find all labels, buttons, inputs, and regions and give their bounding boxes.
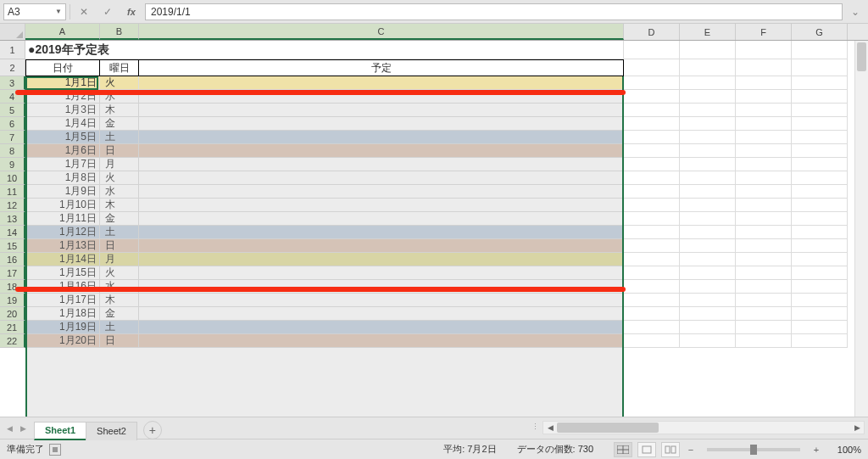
cell[interactable]: [792, 185, 848, 199]
cell[interactable]: [680, 41, 736, 59]
cell[interactable]: [736, 185, 792, 199]
cell[interactable]: [624, 76, 680, 90]
cell[interactable]: [680, 239, 736, 253]
date-cell[interactable]: 1月19日: [25, 321, 100, 334]
day-cell[interactable]: 火: [100, 266, 139, 280]
plan-cell[interactable]: [139, 239, 624, 253]
day-cell[interactable]: 金: [100, 212, 139, 226]
row-header[interactable]: 7: [0, 131, 25, 144]
row-header[interactable]: 15: [0, 239, 25, 253]
cell[interactable]: [792, 59, 848, 76]
date-cell[interactable]: 1月11日: [25, 212, 100, 226]
date-cell[interactable]: 1月17日: [25, 294, 100, 307]
row-header[interactable]: 20: [0, 307, 25, 321]
sheet-tab[interactable]: Sheet1: [34, 422, 86, 440]
cell[interactable]: [624, 144, 680, 158]
day-cell[interactable]: 水: [100, 185, 139, 199]
cell[interactable]: [792, 171, 848, 185]
cell[interactable]: [736, 307, 792, 321]
cell[interactable]: [624, 171, 680, 185]
date-cell[interactable]: 1月1日: [25, 76, 100, 90]
cell[interactable]: [624, 59, 680, 76]
cell[interactable]: [736, 104, 792, 117]
cell[interactable]: [736, 158, 792, 171]
cell[interactable]: [792, 41, 848, 59]
cell[interactable]: [792, 334, 848, 348]
formula-input[interactable]: 2019/1/1: [145, 3, 843, 20]
cell[interactable]: [792, 294, 848, 307]
day-cell[interactable]: 金: [100, 117, 139, 131]
view-page-layout-button[interactable]: [637, 442, 656, 457]
cell[interactable]: [680, 334, 736, 348]
cell[interactable]: [792, 104, 848, 117]
day-cell[interactable]: 火: [100, 171, 139, 185]
row-header[interactable]: 11: [0, 185, 25, 199]
cell[interactable]: [624, 117, 680, 131]
cell[interactable]: [736, 131, 792, 144]
row-header[interactable]: 3: [0, 76, 25, 90]
row-header[interactable]: 18: [0, 280, 25, 294]
date-cell[interactable]: 1月20日: [25, 334, 100, 348]
day-cell[interactable]: 木: [100, 104, 139, 117]
header-date-cell[interactable]: 日付: [25, 59, 100, 76]
header-day-cell[interactable]: 曜日: [100, 59, 139, 76]
date-cell[interactable]: 1月15日: [25, 266, 100, 280]
cell[interactable]: [736, 239, 792, 253]
cell[interactable]: [680, 266, 736, 280]
add-sheet-button[interactable]: +: [143, 421, 162, 439]
date-cell[interactable]: 1月9日: [25, 185, 100, 199]
plan-cell[interactable]: [139, 171, 624, 185]
day-cell[interactable]: 日: [100, 239, 139, 253]
cell[interactable]: [680, 104, 736, 117]
row-header[interactable]: 4: [0, 90, 25, 104]
macro-record-icon[interactable]: [49, 444, 61, 456]
chevron-down-icon[interactable]: ▼: [55, 8, 62, 15]
sheet-tab[interactable]: Sheet2: [86, 422, 137, 440]
date-cell[interactable]: 1月8日: [25, 171, 100, 185]
date-cell[interactable]: 1月14日: [25, 253, 100, 266]
cell[interactable]: [624, 321, 680, 334]
column-header-f[interactable]: F: [736, 24, 792, 40]
row-header[interactable]: 5: [0, 104, 25, 117]
day-cell[interactable]: 木: [100, 199, 139, 212]
cell[interactable]: [624, 266, 680, 280]
cell[interactable]: [736, 117, 792, 131]
name-box[interactable]: A3 ▼: [3, 3, 66, 20]
day-cell[interactable]: 水: [100, 280, 139, 294]
cell[interactable]: [680, 144, 736, 158]
row-header[interactable]: 14: [0, 226, 25, 239]
cell[interactable]: [792, 307, 848, 321]
expand-formula-icon[interactable]: ⌄: [846, 3, 865, 21]
column-header-d[interactable]: D: [624, 24, 680, 40]
day-cell[interactable]: 日: [100, 334, 139, 348]
row-header[interactable]: 21: [0, 321, 25, 334]
day-cell[interactable]: 月: [100, 253, 139, 266]
cell[interactable]: [624, 131, 680, 144]
cell[interactable]: [792, 117, 848, 131]
plan-cell[interactable]: [139, 104, 624, 117]
cell[interactable]: [792, 158, 848, 171]
cell[interactable]: [792, 226, 848, 239]
date-cell[interactable]: 1月6日: [25, 144, 100, 158]
cell[interactable]: [736, 59, 792, 76]
date-cell[interactable]: 1月2日: [25, 90, 100, 104]
date-cell[interactable]: 1月5日: [25, 131, 100, 144]
cell[interactable]: [736, 253, 792, 266]
cell[interactable]: [680, 280, 736, 294]
cell[interactable]: [792, 90, 848, 104]
cell[interactable]: [680, 199, 736, 212]
cell[interactable]: [792, 253, 848, 266]
cell[interactable]: [624, 307, 680, 321]
cell[interactable]: [736, 321, 792, 334]
zoom-out-button[interactable]: −: [685, 445, 697, 455]
plan-cell[interactable]: [139, 307, 624, 321]
cancel-button[interactable]: ✕: [74, 3, 94, 20]
date-cell[interactable]: 1月12日: [25, 226, 100, 239]
plan-cell[interactable]: [139, 185, 624, 199]
scroll-right-icon[interactable]: ▶: [850, 422, 864, 434]
row-header[interactable]: 2: [0, 59, 25, 76]
row-header[interactable]: 1: [0, 41, 25, 59]
cell[interactable]: [792, 131, 848, 144]
header-plan-cell[interactable]: 予定: [139, 59, 624, 76]
day-cell[interactable]: 木: [100, 294, 139, 307]
